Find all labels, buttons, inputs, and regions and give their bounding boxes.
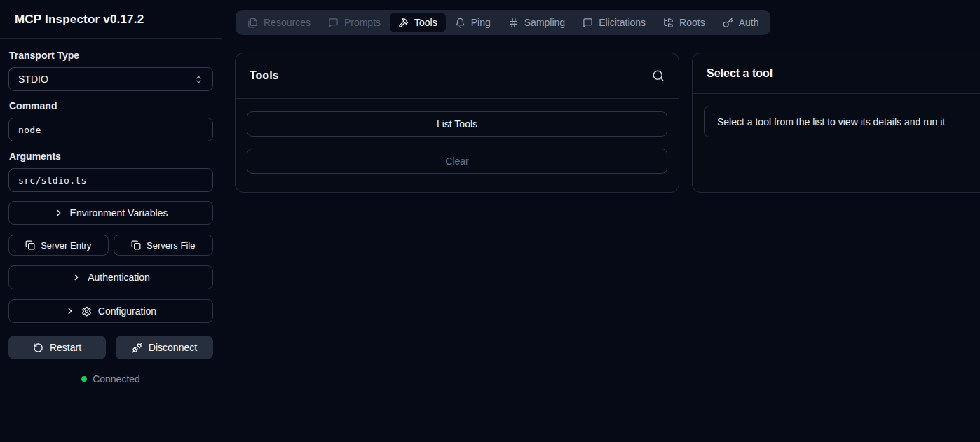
search-button[interactable] (652, 69, 665, 82)
authentication-label: Authentication (88, 272, 150, 283)
configuration-button[interactable]: Configuration (8, 299, 213, 323)
unplug-icon (132, 343, 142, 353)
arguments-label: Arguments (9, 151, 212, 162)
tab-prompts-label: Prompts (344, 17, 381, 28)
tool-detail-title: Select a tool (707, 67, 773, 80)
tab-bar: Resources Prompts Tools Ping Sampling El… (236, 10, 770, 35)
tab-auth-label: Auth (739, 17, 759, 28)
tools-panel-body: List Tools Clear (236, 99, 679, 186)
servers-file-label: Servers File (147, 240, 195, 251)
chevrons-up-down-icon (194, 75, 203, 84)
connection-buttons-row: Restart Disconnect (8, 336, 213, 359)
chevron-right-icon (65, 306, 75, 316)
server-entry-label: Server Entry (41, 240, 91, 251)
tab-ping-label: Ping (471, 17, 491, 28)
hammer-icon (398, 18, 409, 28)
rotate-ccw-icon (33, 343, 43, 353)
tab-roots-label: Roots (679, 17, 705, 28)
tab-tools[interactable]: Tools (390, 13, 446, 32)
bell-icon (455, 18, 465, 28)
status-label: Connected (93, 373, 140, 385)
tab-roots[interactable]: Roots (655, 13, 714, 32)
message-square-icon (328, 18, 339, 28)
app-title: MCP Inspector v0.17.2 (15, 13, 207, 27)
tab-resources-label: Resources (264, 17, 311, 28)
tab-tools-label: Tools (414, 17, 437, 28)
sidebar-body: Transport Type STDIO Command Arguments E… (0, 39, 222, 385)
tab-ping[interactable]: Ping (447, 13, 499, 32)
tool-detail-header: Select a tool (693, 53, 980, 94)
transport-type-select[interactable]: STDIO (8, 67, 213, 91)
tab-elicitations-label: Elicitations (599, 17, 646, 28)
transport-type-value: STDIO (18, 74, 48, 85)
environment-variables-button[interactable]: Environment Variables (8, 201, 213, 225)
environment-variables-label: Environment Variables (70, 207, 168, 219)
tool-detail-body: Select a tool from the list to view its … (693, 94, 980, 149)
tab-sampling-label: Sampling (524, 17, 565, 28)
authentication-button[interactable]: Authentication (8, 265, 213, 289)
files-icon (247, 18, 258, 28)
tab-prompts[interactable]: Prompts (320, 13, 389, 32)
tab-sampling[interactable]: Sampling (500, 13, 573, 32)
tab-resources[interactable]: Resources (239, 13, 319, 32)
tab-elicitations[interactable]: Elicitations (574, 13, 654, 32)
search-icon (652, 69, 665, 82)
tab-auth[interactable]: Auth (714, 13, 768, 32)
copy-icon (25, 240, 35, 250)
server-entry-button[interactable]: Server Entry (8, 235, 109, 256)
select-tool-hint: Select a tool from the list to view its … (704, 106, 980, 137)
chevron-right-icon (54, 208, 64, 218)
disconnect-button[interactable]: Disconnect (116, 336, 213, 359)
folder-tree-icon (663, 18, 674, 28)
tools-panel-header: Tools (236, 53, 679, 99)
copy-buttons-row: Server Entry Servers File (8, 235, 213, 256)
mcp-inspector-app: MCP Inspector v0.17.2 Transport Type STD… (0, 0, 980, 442)
main-content: Resources Prompts Tools Ping Sampling El… (222, 0, 980, 442)
sidebar-header: MCP Inspector v0.17.2 (0, 0, 222, 39)
list-tools-button[interactable]: List Tools (247, 111, 667, 137)
status-dot (81, 376, 87, 382)
hash-icon (508, 18, 519, 28)
transport-type-label: Transport Type (9, 50, 212, 61)
chevron-right-icon (72, 272, 81, 282)
tools-panel-title: Tools (250, 69, 278, 82)
tool-detail-panel: Select a tool Select a tool from the lis… (692, 53, 980, 193)
restart-button[interactable]: Restart (8, 336, 106, 359)
gear-icon (81, 306, 92, 317)
message-square-icon (583, 18, 593, 28)
tools-panel: Tools List Tools Clear (235, 53, 679, 193)
command-input[interactable] (8, 118, 213, 141)
key-icon (723, 18, 733, 28)
panels-row: Tools List Tools Clear Select a tool Sel… (235, 53, 980, 193)
connection-status: Connected (8, 373, 213, 385)
command-label: Command (9, 100, 212, 111)
configuration-label: Configuration (98, 305, 156, 317)
restart-label: Restart (50, 342, 81, 353)
clear-button[interactable]: Clear (247, 149, 667, 174)
arguments-input[interactable] (8, 168, 213, 192)
disconnect-label: Disconnect (149, 342, 197, 353)
copy-icon (131, 240, 141, 250)
sidebar: MCP Inspector v0.17.2 Transport Type STD… (0, 0, 222, 442)
servers-file-button[interactable]: Servers File (114, 235, 214, 256)
select-tool-hint-text: Select a tool from the list to view its … (717, 116, 945, 127)
